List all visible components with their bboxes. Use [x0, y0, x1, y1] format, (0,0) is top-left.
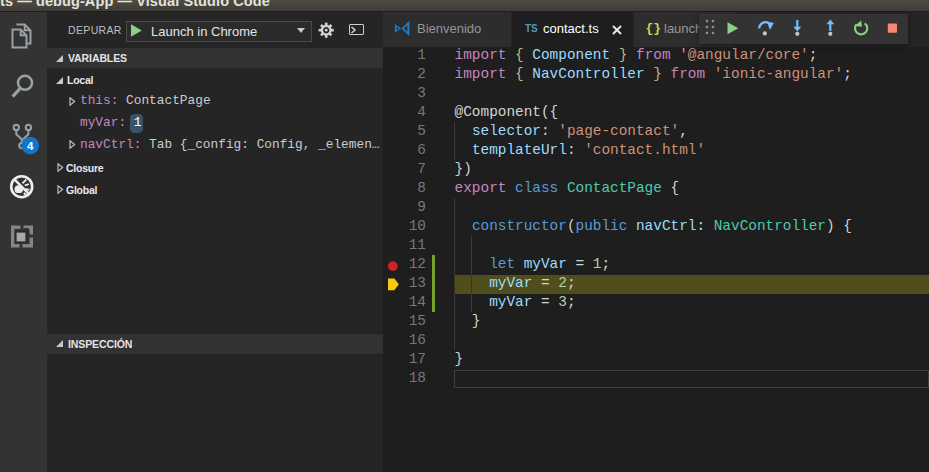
svg-text:4: 4	[27, 140, 34, 152]
